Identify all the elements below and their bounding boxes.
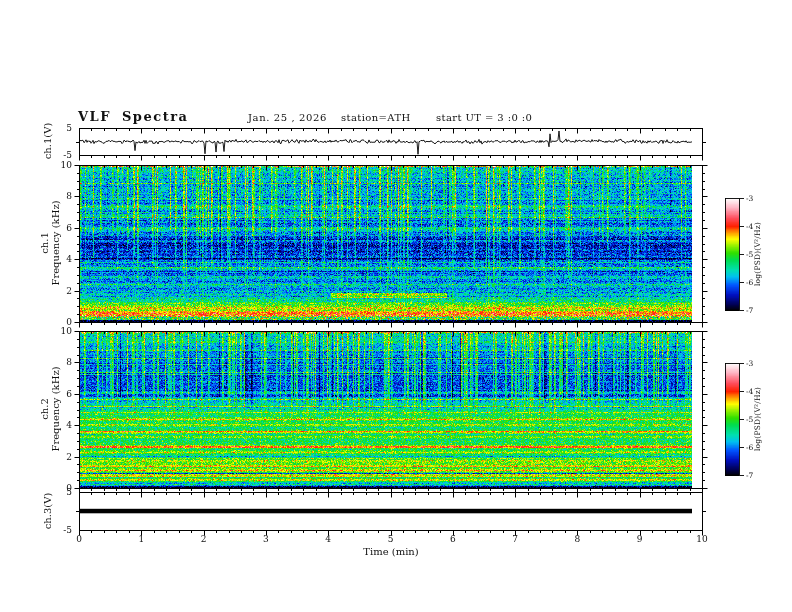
ch1-freq-tick-label: 4 <box>46 254 72 264</box>
time-tick-label: 5 <box>381 534 401 544</box>
time-tick-label: 6 <box>443 534 463 544</box>
time-tick-label: 3 <box>256 534 276 544</box>
ch2-freq-tick-label: 4 <box>46 420 72 430</box>
ch1-spec-label-line2: Frequency (kHz) <box>50 200 61 285</box>
vlf-spectra-figure: VLF Spectra Jan. 25 , 2026 station=ATH s… <box>0 0 792 612</box>
time-tick-label: 8 <box>567 534 587 544</box>
ch3-volt-tick-label: -5 <box>46 525 72 535</box>
time-tick-label: 10 <box>692 534 712 544</box>
ch1-volt-tick-label: -5 <box>46 150 72 160</box>
colorbar2-tick-label: -3 <box>746 359 753 369</box>
colorbar2-label: log(PSD)(V²/Hz) <box>753 387 762 451</box>
plot-canvas <box>0 0 792 612</box>
colorbar2-tick-label: -7 <box>746 471 753 481</box>
colorbar1-tick-label: -3 <box>746 194 753 204</box>
colorbar1-tick-label: -6 <box>746 278 753 288</box>
time-tick-label: 7 <box>505 534 525 544</box>
ch2-freq-tick-label: 10 <box>46 326 72 336</box>
ch1-freq-tick-label: 2 <box>46 286 72 296</box>
title-start-ut: start UT = 3 :0 :0 <box>436 112 532 123</box>
colorbar2-tick-label: -6 <box>746 443 753 453</box>
ch1-freq-tick-label: 6 <box>46 223 72 233</box>
colorbar1-label: log(PSD)(V²/Hz) <box>753 222 762 286</box>
time-tick-label: 1 <box>131 534 151 544</box>
ch2-frequency-axis-label: ch.2 Frequency (kHz) <box>39 366 61 451</box>
time-tick-label: 4 <box>318 534 338 544</box>
title-date: Jan. 25 , 2026 <box>248 112 327 123</box>
colorbar1-tick-label: -7 <box>746 306 753 316</box>
ch3-voltage-axis-label: ch.3(V) <box>42 493 53 530</box>
time-axis-label: Time (min) <box>330 546 452 557</box>
ch2-freq-tick-label: 2 <box>46 452 72 462</box>
ch1-freq-tick-label: 10 <box>46 160 72 170</box>
ch1-freq-tick-label: 8 <box>46 191 72 201</box>
colorbar1-tick-label: -4 <box>746 222 753 232</box>
ch1-frequency-axis-label: ch.1 Frequency (kHz) <box>39 200 61 285</box>
ch1-volt-tick-label: 5 <box>46 123 72 133</box>
colorbar2-tick-label: -4 <box>746 387 753 397</box>
colorbar2-tick-label: -5 <box>746 415 753 425</box>
ch2-spec-label-line1: ch.2 <box>39 366 50 451</box>
colorbar1-tick-label: -5 <box>746 250 753 260</box>
ch1-spec-label-line1: ch.1 <box>39 200 50 285</box>
ch3-volt-tick-label: 5 <box>46 487 72 497</box>
time-tick-label: 0 <box>69 534 89 544</box>
ch2-spec-label-line2: Frequency (kHz) <box>50 366 61 451</box>
time-tick-label: 9 <box>630 534 650 544</box>
title-station: station=ATH <box>341 112 411 123</box>
ch2-freq-tick-label: 6 <box>46 389 72 399</box>
plot-title: VLF Spectra <box>78 109 188 124</box>
ch2-freq-tick-label: 8 <box>46 357 72 367</box>
time-tick-label: 2 <box>194 534 214 544</box>
